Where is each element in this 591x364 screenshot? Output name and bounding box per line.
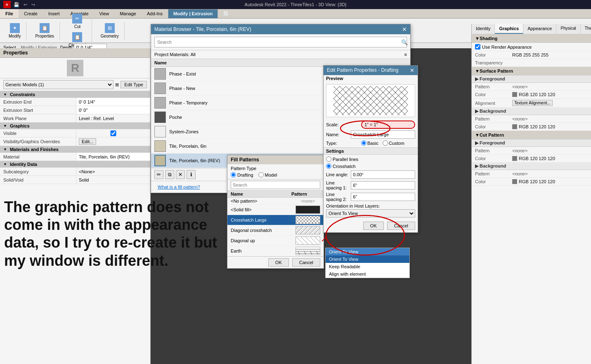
cut-bg-color-swatch bbox=[512, 179, 517, 184]
orient-option-orient-to-view[interactable]: Orient To View bbox=[326, 255, 409, 263]
fill-patterns-title: Fill Patterns bbox=[231, 157, 259, 163]
cut-color-row: Color RGB 120 120 120 bbox=[472, 155, 591, 163]
svg-rect-7 bbox=[296, 237, 320, 245]
prop-subcategory: Subcategory <None> bbox=[0, 168, 150, 176]
orient-option-orient-to-view-header[interactable]: Orient To View bbox=[326, 248, 409, 255]
revit-r-logo: R bbox=[67, 60, 83, 76]
line-angle-row: Line angle: bbox=[324, 170, 418, 180]
diag-up-svg bbox=[296, 237, 320, 245]
join-btn[interactable]: ⊞ Geometry bbox=[99, 22, 121, 40]
tab-insert[interactable]: Insert bbox=[43, 9, 65, 18]
fill-item-crosshatch-large[interactable]: Crosshatch Large bbox=[227, 215, 324, 225]
svg-rect-5 bbox=[296, 227, 320, 234]
modify-tool-btn[interactable]: ✦ Modify bbox=[7, 22, 23, 40]
color-row: Color RGB 255 255 255 bbox=[472, 51, 591, 59]
collapse-materials-icon: ▼ bbox=[3, 147, 7, 151]
texture-alignment-btn[interactable]: Texture Alignment... bbox=[512, 100, 553, 106]
fill-item-diagonal-up[interactable]: Diagonal up bbox=[227, 236, 324, 246]
fill-item-no-pattern[interactable]: <No pattern> <none> bbox=[227, 198, 324, 205]
cut-bg-color-row: Color RGB 120 120 120 bbox=[472, 178, 591, 186]
fill-item-diagonal-crosshatch[interactable]: Diagonal crosshatch bbox=[227, 225, 324, 236]
fill-cancel-btn[interactable]: Cancel bbox=[292, 258, 320, 267]
ep-cancel-btn[interactable]: Cancel bbox=[387, 222, 415, 230]
drafting-radio[interactable] bbox=[231, 172, 236, 177]
drafting-radio-label: Drafting bbox=[231, 172, 253, 177]
svg-line-12 bbox=[304, 251, 306, 255]
visible-checkbox[interactable] bbox=[79, 130, 148, 136]
tab-appearance[interactable]: Appearance bbox=[523, 24, 556, 34]
fill-item-earth[interactable]: Earth bbox=[227, 246, 324, 256]
diag-crosshatch-svg bbox=[296, 227, 320, 234]
tab-manage[interactable]: Manage bbox=[114, 9, 142, 18]
collapse-surface-icon: ▼ bbox=[475, 69, 480, 73]
svg-rect-2 bbox=[296, 216, 320, 224]
tab-view[interactable]: View bbox=[94, 9, 115, 18]
save-btn[interactable]: 💾 bbox=[12, 2, 21, 8]
orientation-select[interactable]: Orient To View Keep Readable Align with … bbox=[326, 209, 415, 217]
svg-rect-17 bbox=[333, 86, 408, 115]
tab-addins[interactable]: Add-Ins bbox=[142, 9, 168, 18]
parallel-radio[interactable] bbox=[326, 156, 331, 162]
tab-contextual[interactable]: ⬜ bbox=[218, 9, 230, 18]
model-radio-label: Model bbox=[258, 172, 277, 177]
prop-extrusion-end: Extrusion End 0' 0 1/4" bbox=[0, 98, 150, 106]
orient-option-align-with-element[interactable]: Align with element bbox=[326, 270, 409, 278]
edit-type-icon: ⊞ bbox=[115, 82, 119, 87]
svg-line-13 bbox=[310, 251, 312, 255]
cut-pattern-section: ▼ Cut Pattern bbox=[472, 131, 591, 139]
ep-ok-btn[interactable]: OK bbox=[363, 222, 384, 230]
cut-pattern-row: Pattern <none> bbox=[472, 147, 591, 155]
fill-ok-btn[interactable]: OK bbox=[268, 258, 289, 267]
fill-search-area bbox=[227, 180, 324, 191]
what-is-fill-pattern-link[interactable]: What is a fill pattern? bbox=[154, 183, 203, 191]
type-radios: Basic Custom bbox=[361, 140, 404, 146]
name-row: Name: bbox=[324, 130, 418, 139]
fill-patterns-buttons: OK Cancel bbox=[227, 256, 324, 268]
edit-mat-icon[interactable]: ✏ bbox=[154, 170, 163, 179]
cut-btn[interactable]: ✂ Cut bbox=[70, 12, 84, 30]
surface-pattern-row: Pattern <none> bbox=[472, 83, 591, 91]
delete-mat-icon[interactable]: ✕ bbox=[176, 170, 185, 179]
tab-identity[interactable]: Identity bbox=[472, 24, 495, 34]
fill-item-solid-fill[interactable]: <Solid fill> bbox=[227, 205, 324, 215]
type-selector[interactable]: Generic Models (1) bbox=[3, 80, 113, 89]
copy-mat-icon[interactable]: ⧉ bbox=[165, 170, 174, 179]
line-type-radios: Parallel lines bbox=[324, 156, 418, 163]
tab-thermal[interactable]: Thermal bbox=[581, 24, 591, 34]
solid-fill-preview bbox=[296, 206, 320, 214]
edit-vis-btn[interactable]: Edit... bbox=[79, 138, 96, 145]
tab-create[interactable]: Create bbox=[19, 9, 43, 18]
type-label-row: Type: Basic Custom bbox=[324, 139, 418, 147]
info-mat-icon[interactable]: ℹ bbox=[187, 170, 196, 179]
edit-type-btn[interactable]: Edit Type bbox=[121, 81, 147, 88]
edit-pattern-dialog: Edit Pattern Properties - Drafting ✕ Pre… bbox=[323, 65, 418, 233]
line-spacing1-input[interactable] bbox=[351, 181, 415, 189]
use-render-checkbox[interactable] bbox=[475, 44, 480, 50]
model-radio[interactable] bbox=[258, 172, 264, 177]
diagonal-up-preview bbox=[296, 236, 320, 245]
fill-search-input[interactable] bbox=[231, 181, 320, 189]
tab-file[interactable]: File bbox=[0, 9, 19, 18]
edit-pattern-close[interactable]: ✕ bbox=[410, 67, 414, 73]
tab-graphics[interactable]: Graphics bbox=[495, 24, 523, 34]
orient-option-keep-readable[interactable]: Keep Readable bbox=[326, 263, 409, 270]
ribbon-group-modify: ✦ Modify bbox=[3, 22, 26, 40]
basic-radio[interactable] bbox=[361, 140, 366, 146]
properties-btn[interactable]: 📋 Properties bbox=[33, 22, 56, 40]
undo-btn[interactable]: ↩ bbox=[22, 2, 28, 8]
line-spacing2-input[interactable] bbox=[351, 193, 415, 201]
tab-physical[interactable]: Physical bbox=[556, 24, 580, 34]
crosshatch-radio[interactable] bbox=[326, 163, 331, 169]
pattern-name-input[interactable] bbox=[351, 130, 415, 139]
mat-thumb-phase-exist bbox=[154, 68, 166, 80]
redo-btn[interactable]: ↪ bbox=[30, 2, 36, 8]
line-angle-input[interactable] bbox=[351, 170, 415, 179]
material-search-input[interactable] bbox=[154, 37, 407, 47]
tab-modify-extrusion[interactable]: Modify | Extrusion bbox=[168, 9, 218, 18]
properties-icon: 📋 bbox=[40, 23, 50, 33]
edit-pattern-buttons: OK Cancel bbox=[324, 219, 418, 232]
pattern-type-radios: Drafting Model bbox=[231, 172, 320, 177]
material-browser-close[interactable]: ✕ bbox=[402, 26, 407, 33]
earth-preview bbox=[296, 247, 320, 255]
custom-radio[interactable] bbox=[383, 140, 388, 146]
